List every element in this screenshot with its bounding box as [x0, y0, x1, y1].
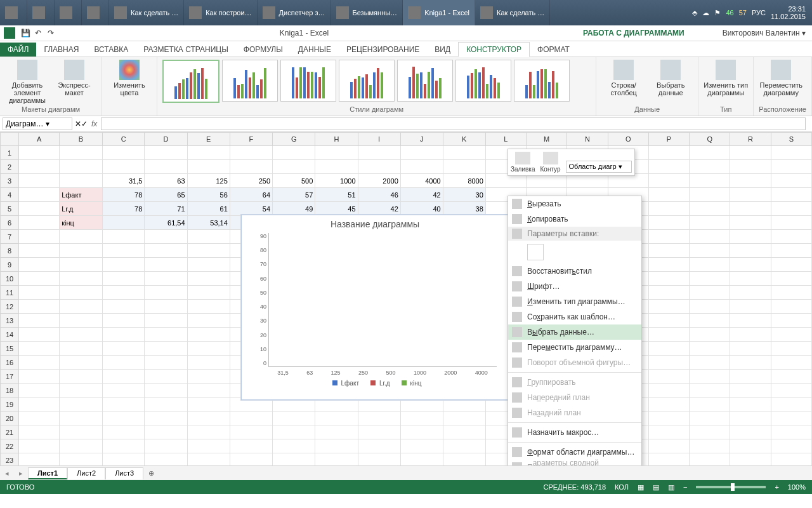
cell[interactable] [230, 439, 272, 453]
cell[interactable] [648, 174, 689, 188]
cell[interactable] [19, 439, 60, 453]
cell[interactable] [315, 439, 358, 453]
cell[interactable]: 65 [145, 188, 187, 202]
taskbar-item[interactable]: Безымянны… [331, 0, 403, 25]
cell[interactable] [730, 202, 771, 216]
column-header[interactable]: L [485, 133, 526, 146]
cell[interactable] [102, 370, 144, 384]
cell[interactable] [273, 453, 315, 466]
cell[interactable] [315, 146, 358, 160]
view-normal-icon[interactable]: ▦ [638, 483, 644, 491]
name-box[interactable]: Диаграм… ▾ [3, 117, 72, 130]
cell[interactable] [648, 439, 689, 453]
cell[interactable] [19, 342, 60, 356]
column-header[interactable]: K [443, 133, 485, 146]
row-header[interactable]: 9 [1, 258, 19, 272]
column-header[interactable]: F [230, 133, 272, 146]
cell[interactable] [771, 272, 811, 286]
cell[interactable] [690, 244, 730, 258]
row-header[interactable]: 22 [1, 439, 19, 453]
cell[interactable] [730, 356, 771, 370]
cell[interactable] [400, 425, 443, 439]
cell[interactable] [648, 188, 689, 202]
cell[interactable] [771, 286, 811, 300]
column-header[interactable]: O [608, 133, 648, 146]
cell[interactable] [60, 411, 103, 425]
cell[interactable]: 78 [102, 202, 144, 216]
zoom-slider[interactable] [696, 486, 766, 488]
column-header[interactable]: D [145, 133, 187, 146]
cell[interactable] [648, 230, 689, 244]
cell[interactable] [771, 411, 811, 425]
cell[interactable] [19, 202, 60, 216]
cell[interactable] [187, 425, 230, 439]
cell[interactable] [60, 244, 103, 258]
sheet-nav-prev-icon[interactable]: ◂ [0, 469, 14, 478]
cell[interactable] [60, 370, 103, 384]
cell[interactable] [145, 286, 187, 300]
cell[interactable] [771, 453, 811, 466]
cell[interactable] [187, 411, 230, 425]
cell[interactable] [19, 230, 60, 244]
cell[interactable] [730, 453, 771, 466]
legend-item[interactable]: кінц [398, 380, 422, 387]
cell[interactable] [771, 216, 811, 230]
cell[interactable] [730, 286, 771, 300]
row-header[interactable]: 6 [1, 216, 19, 230]
select-data-button[interactable]: Выбрать данные [648, 60, 693, 97]
column-header[interactable]: G [273, 133, 315, 146]
cell[interactable] [400, 453, 443, 466]
cell[interactable] [19, 272, 60, 286]
cell[interactable] [60, 342, 103, 356]
formula-input[interactable] [101, 117, 806, 130]
cell[interactable] [771, 384, 811, 398]
cell[interactable] [19, 244, 60, 258]
cell[interactable] [358, 146, 400, 160]
cell[interactable] [730, 216, 771, 230]
cell[interactable] [187, 439, 230, 453]
cell[interactable] [102, 439, 144, 453]
cell[interactable] [102, 216, 144, 230]
cell[interactable] [648, 342, 689, 356]
column-header[interactable]: J [400, 133, 443, 146]
cell[interactable] [187, 328, 230, 342]
cell[interactable] [60, 300, 103, 314]
cell[interactable] [730, 258, 771, 272]
context-menu-item[interactable]: Сохранить как шаблон… [508, 309, 641, 324]
cell[interactable] [648, 356, 689, 370]
cell[interactable] [315, 425, 358, 439]
cell[interactable] [60, 230, 103, 244]
cell[interactable] [273, 425, 315, 439]
cell[interactable] [19, 314, 60, 328]
row-header[interactable]: 18 [1, 384, 19, 398]
row-header[interactable]: 20 [1, 411, 19, 425]
cell[interactable] [648, 425, 689, 439]
cell[interactable] [648, 328, 689, 342]
cell[interactable] [648, 300, 689, 314]
cell[interactable] [230, 146, 272, 160]
column-header[interactable]: M [526, 133, 566, 146]
cell[interactable] [60, 286, 103, 300]
cell[interactable] [648, 216, 689, 230]
cell[interactable] [730, 384, 771, 398]
cell[interactable] [102, 300, 144, 314]
cell[interactable] [60, 328, 103, 342]
cell[interactable] [400, 439, 443, 453]
context-menu-item[interactable]: Переместить диаграмму… [508, 340, 641, 355]
taskbar-clock[interactable]: 23:31 11.02.2015 [771, 5, 806, 20]
cell[interactable]: 42 [358, 202, 400, 216]
cell[interactable] [400, 411, 443, 425]
cell[interactable]: 46 [358, 188, 400, 202]
context-menu-item[interactable]: Параметры сводной диаграммы… [508, 460, 641, 465]
cell[interactable] [690, 453, 730, 466]
cell[interactable] [771, 258, 811, 272]
cell[interactable] [230, 411, 272, 425]
cell[interactable] [102, 342, 144, 356]
cell[interactable] [19, 370, 60, 384]
row-header[interactable]: 10 [1, 272, 19, 286]
cell[interactable] [690, 342, 730, 356]
context-menu-item[interactable]: Копировать [508, 211, 641, 227]
cell[interactable]: Lфакт [60, 188, 103, 202]
cell[interactable] [145, 342, 187, 356]
sheet-tab[interactable]: Лист3 [105, 467, 143, 479]
